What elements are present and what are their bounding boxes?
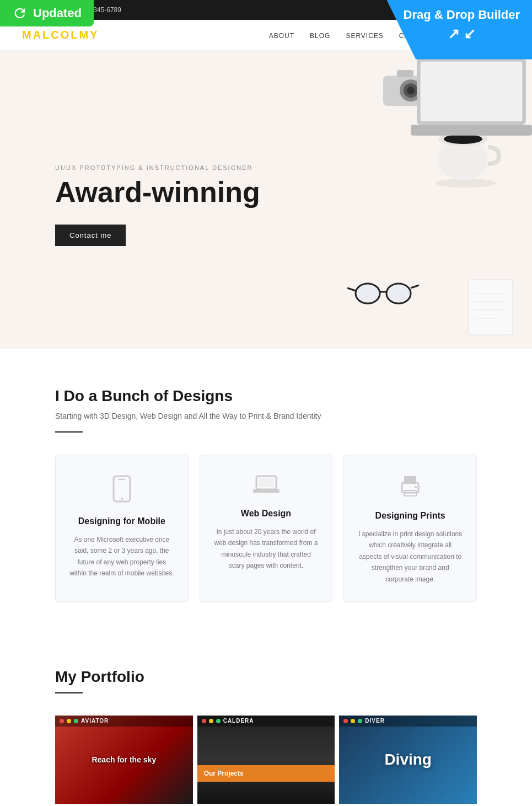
svg-point-15	[386, 284, 411, 303]
svg-point-25	[121, 498, 123, 500]
pi-2-title: CALDERA	[223, 718, 254, 724]
hero-images	[223, 51, 532, 349]
designs-divider	[55, 431, 83, 433]
logo-accent: Y	[90, 29, 99, 41]
svg-line-17	[411, 285, 419, 288]
portfolio-title: My Portfolio	[55, 668, 477, 686]
arrows-icon: ↗ ↙	[404, 25, 520, 42]
portfolio-item-2[interactable]: CALDERA Our Projects	[197, 716, 335, 804]
portfolio-section: My Portfolio AVIATOR Reach for the sky C…	[0, 629, 532, 806]
svg-rect-30	[404, 476, 416, 484]
updated-label: Updated	[33, 6, 82, 20]
hero-subtitle: UI/UX PROTOTYPING & INSTRUCTIONAL DESIGN…	[55, 164, 260, 171]
print-icon	[357, 475, 463, 502]
contact-button[interactable]: Contact me	[55, 225, 126, 246]
updated-badge: Updated	[0, 0, 94, 26]
svg-rect-27	[259, 478, 274, 487]
card-web-title: Web Design	[213, 509, 319, 519]
card-print-title: Designing Prints	[357, 511, 463, 521]
portfolio-item-1[interactable]: AVIATOR Reach for the sky	[55, 716, 193, 804]
card-print: Designing Prints I specialize in print d…	[343, 455, 477, 602]
logo-text: MALCOLM	[22, 29, 90, 41]
refresh-icon	[12, 6, 28, 21]
card-print-text: I specialize in print design solutions w…	[357, 529, 463, 585]
nav-services[interactable]: SERVICES	[346, 32, 383, 40]
portfolio-item-3[interactable]: DIVER Diving	[339, 716, 477, 804]
pi-1-label: Reach for the sky	[92, 755, 156, 764]
svg-rect-12	[411, 125, 532, 136]
hero-content: UI/UX PROTOTYPING & INSTRUCTIONAL DESIGN…	[55, 164, 260, 246]
pi-1-topbar: AVIATOR	[55, 716, 193, 727]
notepad-decoration	[466, 277, 515, 338]
card-web-text: In just about 20 years the world of web …	[213, 526, 319, 572]
card-web: Web Design In just about 20 years the wo…	[200, 455, 333, 602]
cards-row: Designing for Mobile As one Microsoft ex…	[55, 455, 477, 602]
svg-point-14	[356, 284, 380, 303]
svg-rect-28	[253, 489, 280, 493]
pi-3-title: DIVER	[365, 718, 385, 724]
pi-3-label: Diving	[384, 751, 432, 768]
mobile-icon	[69, 475, 175, 508]
pi-2-label: Our Projects	[197, 765, 335, 782]
designs-title: I Do a Bunch of Designs	[55, 387, 477, 405]
laptop-icon	[213, 475, 319, 500]
designs-subtitle: Starting with 3D Design, Web Design and …	[55, 412, 477, 420]
nav-blog[interactable]: BLOG	[310, 32, 330, 40]
portfolio-grid: AVIATOR Reach for the sky CALDERA Our Pr…	[55, 716, 477, 806]
card-mobile: Designing for Mobile As one Microsoft ex…	[55, 455, 189, 602]
pi-2-topbar: CALDERA	[197, 716, 335, 727]
svg-point-32	[415, 486, 417, 488]
portfolio-divider	[55, 692, 83, 693]
svg-rect-11	[421, 62, 523, 121]
dnd-line2: Builder	[478, 8, 520, 22]
hero-section: UI/UX PROTOTYPING & INSTRUCTIONAL DESIGN…	[0, 51, 532, 349]
pi-3-topbar: DIVER	[339, 716, 477, 727]
pi-1-title: AVIATOR	[81, 718, 109, 724]
card-mobile-text: As one Microsoft executive once said, so…	[69, 534, 175, 579]
card-mobile-title: Designing for Mobile	[69, 516, 175, 526]
svg-line-13	[347, 288, 356, 291]
hero-title: Award-winning	[55, 177, 260, 208]
glasses-decoration	[345, 271, 422, 316]
svg-rect-18	[469, 280, 513, 335]
designs-section: I Do a Bunch of Designs Starting with 3D…	[0, 349, 532, 629]
logo: MALCOLMY	[22, 29, 99, 41]
laptop-decoration	[411, 51, 532, 150]
nav-about[interactable]: ABOUT	[269, 32, 294, 40]
dnd-line1: Drag & Drop	[404, 8, 475, 22]
